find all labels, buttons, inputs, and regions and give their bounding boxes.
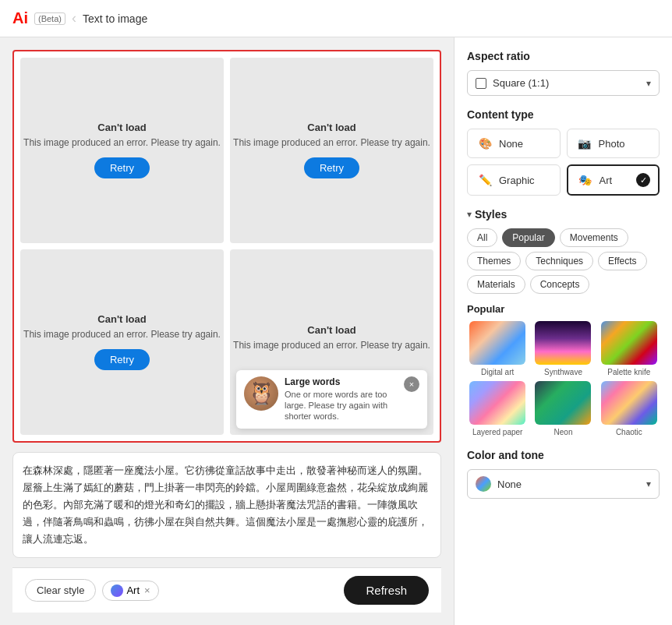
art-tag-label: Art <box>126 584 140 596</box>
color-tone-icon <box>476 476 491 492</box>
style-label-palette-knife: Palette knife <box>607 368 650 376</box>
style-item-layered-paper[interactable]: Layered paper <box>467 381 528 436</box>
error-title-4: Can't load <box>307 324 355 336</box>
retry-button-3[interactable]: Retry <box>94 349 150 370</box>
left-panel: Can't load This image produced an error.… <box>0 37 454 625</box>
selected-check-icon: ✓ <box>636 173 650 187</box>
none-icon: 🎨 <box>476 134 494 153</box>
clear-style-button[interactable]: Clear style <box>25 579 96 602</box>
right-panel: Aspect ratio Square (1:1) ▾ Content type… <box>454 37 672 625</box>
image-cell-2: Can't load This image produced an error.… <box>230 58 433 243</box>
bottom-bar: Clear style Art × Refresh <box>12 567 441 613</box>
style-label-neon: Neon <box>554 428 573 436</box>
toast-desc: One or more words are too large. Please … <box>285 389 398 422</box>
main-content: Can't load This image produced an error.… <box>0 37 672 625</box>
adobe-logo: Ai <box>12 9 28 27</box>
style-grid: Digital art Synthwave Palette knife Laye… <box>467 321 660 436</box>
color-tone-title: Color and tone <box>467 449 660 461</box>
style-thumb-synthwave <box>535 321 591 365</box>
color-tone-value: None <box>497 478 640 490</box>
image-cell-1: Can't load This image produced an error.… <box>20 58 224 243</box>
style-thumb-digital-art <box>469 321 525 365</box>
art-icon: 🎭 <box>576 171 595 189</box>
styles-header: ▾ Styles <box>467 208 660 221</box>
page-title: Text to image <box>83 12 147 25</box>
style-label-chaotic: Chaotic <box>616 428 642 436</box>
retry-button-1[interactable]: Retry <box>94 157 150 178</box>
image-cell-4: Can't load This image produced an error.… <box>230 249 433 435</box>
beta-badge: (Beta) <box>34 12 65 25</box>
error-desc-4: This image produced an error. Please try… <box>233 339 430 352</box>
chevron-down-icon: ▾ <box>646 78 651 89</box>
refresh-button[interactable]: Refresh <box>344 576 429 605</box>
error-desc-1: This image produced an error. Please try… <box>23 136 221 150</box>
color-tone-select[interactable]: None ▾ <box>467 469 660 499</box>
style-label-synthwave: Synthwave <box>544 368 582 376</box>
style-tabs: All Popular Movements Themes Techniques … <box>467 228 660 294</box>
style-tab-techniques[interactable]: Techniques <box>525 252 593 270</box>
error-title-3: Can't load <box>97 313 146 325</box>
style-tab-themes[interactable]: Themes <box>467 252 521 270</box>
style-item-synthwave[interactable]: Synthwave <box>532 321 593 376</box>
toast-content: Large words One or more words are too la… <box>285 376 398 422</box>
styles-section: ▾ Styles All Popular Movements Themes Te… <box>467 208 660 436</box>
content-type-none[interactable]: 🎨 None <box>467 129 561 158</box>
prompt-text: 在森林深處，隱匿著一座魔法小屋。它彷彿從童話故事中走出，散發著神秘而迷人的氛圍。… <box>23 464 428 545</box>
style-tab-popular[interactable]: Popular <box>502 228 554 247</box>
style-tab-materials[interactable]: Materials <box>467 275 525 294</box>
style-label-digital-art: Digital art <box>481 368 514 376</box>
art-tag-remove[interactable]: × <box>144 584 150 596</box>
style-item-chaotic[interactable]: Chaotic <box>599 381 660 436</box>
toast-close-button[interactable]: × <box>404 376 419 392</box>
content-type-art[interactable]: 🎭 Art ✓ <box>567 164 660 196</box>
style-item-neon[interactable]: Neon <box>532 381 593 436</box>
popular-label: Popular <box>467 303 660 315</box>
error-title-2: Can't load <box>307 122 355 133</box>
style-item-digital-art[interactable]: Digital art <box>467 321 528 376</box>
image-cell-3: Can't load This image produced an error.… <box>20 249 224 435</box>
aspect-ratio-select[interactable]: Square (1:1) ▾ <box>467 70 660 96</box>
error-desc-3: This image produced an error. Please try… <box>23 328 221 341</box>
style-thumb-palette-knife <box>601 321 657 365</box>
graphic-label: Graphic <box>499 175 535 186</box>
toast-owl-image: 🦉 <box>244 376 278 411</box>
content-type-graphic[interactable]: ✏️ Graphic <box>467 164 561 196</box>
toast-title: Large words <box>285 376 398 387</box>
style-thumb-neon <box>535 381 591 425</box>
art-tag: Art × <box>102 581 158 601</box>
header: Ai (Beta) ‹ Text to image <box>0 0 672 37</box>
prompt-area[interactable]: 在森林深處，隱匿著一座魔法小屋。它彷彿從童話故事中走出，散發著神秘而迷人的氛圍。… <box>12 452 441 558</box>
retry-button-2[interactable]: Retry <box>304 157 359 178</box>
aspect-ratio-value: Square (1:1) <box>493 77 640 89</box>
error-title-1: Can't load <box>97 122 146 133</box>
styles-collapse-icon[interactable]: ▾ <box>467 209 472 220</box>
content-type-title: Content type <box>467 108 660 121</box>
content-type-photo[interactable]: 📷 Photo <box>567 129 660 158</box>
style-item-palette-knife[interactable]: Palette knife <box>599 321 660 376</box>
photo-icon: 📷 <box>575 134 594 153</box>
art-label: Art <box>599 175 613 186</box>
style-label-layered-paper: Layered paper <box>472 428 523 436</box>
style-thumb-layered-paper <box>469 381 525 425</box>
color-tone-chevron-icon: ▾ <box>646 478 651 489</box>
content-type-grid: 🎨 None 📷 Photo ✏️ Graphic 🎭 Art ✓ <box>467 129 660 196</box>
style-thumb-chaotic <box>601 381 657 425</box>
large-words-toast: 🦉 Large words One or more words are too … <box>236 370 427 429</box>
none-label: None <box>499 138 523 150</box>
image-grid: Can't load This image produced an error.… <box>12 50 441 443</box>
back-arrow[interactable]: ‹ <box>72 10 76 26</box>
style-tab-effects[interactable]: Effects <box>598 252 646 270</box>
art-tag-icon <box>111 584 123 597</box>
graphic-icon: ✏️ <box>476 171 494 189</box>
square-icon <box>476 78 486 89</box>
photo-label: Photo <box>599 138 625 150</box>
styles-title: Styles <box>475 208 507 221</box>
error-desc-2: This image produced an error. Please try… <box>233 136 430 150</box>
style-tab-movements[interactable]: Movements <box>560 228 628 247</box>
style-tab-all[interactable]: All <box>467 228 497 247</box>
style-tab-concepts[interactable]: Concepts <box>530 275 590 294</box>
aspect-ratio-title: Aspect ratio <box>467 50 660 62</box>
